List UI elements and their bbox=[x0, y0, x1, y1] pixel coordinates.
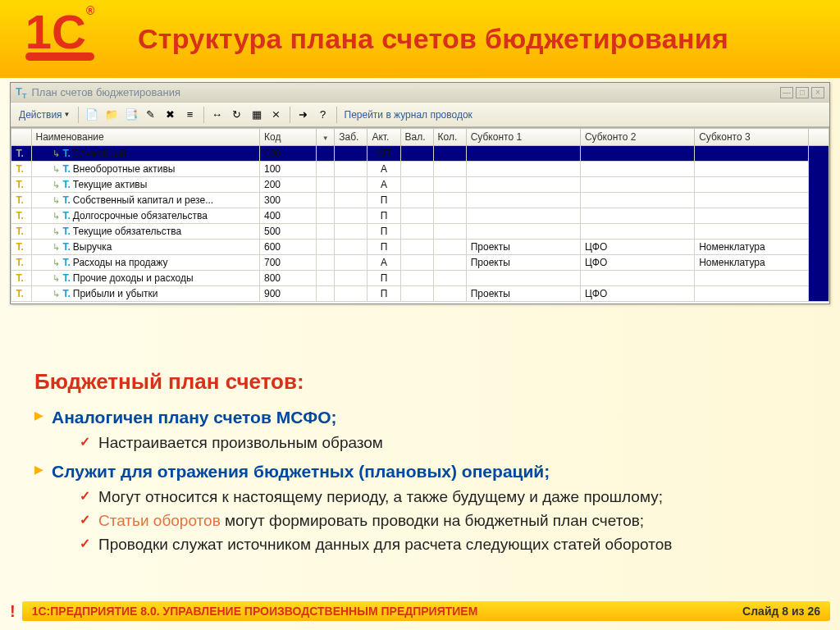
move-icon[interactable]: ↔ bbox=[208, 106, 226, 124]
window-titlebar: ТТ План счетов бюджетирования — □ × bbox=[11, 83, 829, 103]
delete-icon[interactable]: ✖ bbox=[162, 106, 180, 124]
table-row[interactable]: Т.↳Т.Долгосрочные обязательства400П bbox=[11, 208, 829, 224]
col-icon[interactable] bbox=[11, 129, 32, 146]
col-zab[interactable]: Заб. bbox=[335, 129, 368, 146]
bullet-level2: ✓Могут относится к настоящему периоду, а… bbox=[80, 487, 806, 508]
table-row[interactable]: Т.↳Т.Служебный000АП bbox=[11, 146, 829, 162]
edit-icon[interactable]: ✎ bbox=[142, 106, 160, 124]
attention-icon: ! bbox=[10, 602, 16, 621]
slide-body: Бюджетный план счетов: ▶Аналогичен плану… bbox=[0, 349, 840, 569]
filter-icon[interactable]: ▦ bbox=[248, 106, 266, 124]
table-row[interactable]: Т.↳Т.Внеоборотные активы100А bbox=[11, 162, 829, 177]
help-icon[interactable]: ? bbox=[314, 106, 332, 124]
maximize-button[interactable]: □ bbox=[796, 87, 809, 98]
table-header-row: Наименование Код ▼ Заб. Акт. Вал. Кол. С… bbox=[11, 129, 829, 146]
table-row[interactable]: Т.↳Т.Выручка600ППроектыЦФОНоменклатура bbox=[11, 240, 829, 255]
filter-off-icon[interactable]: ⨯ bbox=[267, 106, 285, 124]
col-name[interactable]: Наименование bbox=[31, 129, 259, 146]
page-indicator: Слайд 8 из 26 bbox=[742, 605, 820, 618]
bullet-level2: ✓Статьи оборотов могут формировать прово… bbox=[80, 511, 806, 532]
footer-product: 1С:ПРЕДПРИЯТИЕ 8.0. УПРАВЛЕНИЕ ПРОИЗВОДС… bbox=[32, 605, 478, 618]
col-sub1[interactable]: Субконто 1 bbox=[466, 129, 580, 146]
refresh-icon[interactable]: ↻ bbox=[228, 106, 246, 124]
toolbar: Действия▼ 📄 📁 📑 ✎ ✖ ≡ ↔ ↻ ▦ ⨯ ➜ ? Перейт… bbox=[11, 103, 829, 127]
bullet-level2: ✓Настраивается произвольным образом bbox=[80, 433, 806, 454]
accounts-table[interactable]: Наименование Код ▼ Заб. Акт. Вал. Кол. С… bbox=[11, 128, 829, 302]
col-akt[interactable]: Акт. bbox=[368, 129, 400, 146]
bullet-level2: ✓Проводки служат источником данных для р… bbox=[80, 535, 806, 555]
col-code[interactable]: Код bbox=[259, 129, 316, 146]
level-icon[interactable]: ≡ bbox=[181, 106, 199, 124]
table-row[interactable]: Т.↳Т.Прочие доходы и расходы800П bbox=[11, 271, 829, 286]
logo-1c: 1C® bbox=[7, 0, 113, 78]
minimize-button[interactable]: — bbox=[780, 87, 793, 98]
bullet-level1: ▶Служит для отражения бюджетных (плановы… bbox=[34, 460, 806, 555]
col-val[interactable]: Вал. bbox=[400, 129, 433, 146]
journal-link[interactable]: Перейти в журнал проводок bbox=[341, 109, 476, 121]
bullet-level1: ▶Аналогичен плану счетов МСФО;✓Настраива… bbox=[34, 406, 806, 454]
add-icon[interactable]: 📄 bbox=[83, 106, 101, 124]
table-row[interactable]: Т.↳Т.Расходы на продажу700АПроектыЦФОНом… bbox=[11, 255, 829, 271]
table-row[interactable]: Т.↳Т.Текущие обязательства500П bbox=[11, 224, 829, 240]
col-kol[interactable]: Кол. bbox=[433, 129, 466, 146]
slide-header: 1C® Структура плана счетов бюджетировани… bbox=[0, 0, 840, 78]
col-sub3[interactable]: Субконто 3 bbox=[695, 129, 809, 146]
window-title: План счетов бюджетирования bbox=[31, 86, 180, 98]
section-heading: Бюджетный план счетов: bbox=[34, 369, 806, 395]
table-row[interactable]: Т.↳Т.Текущие активы200А bbox=[11, 177, 829, 193]
actions-menu[interactable]: Действия▼ bbox=[16, 109, 74, 121]
table-row[interactable]: Т.↳Т.Собственный капитал и резе...300П bbox=[11, 193, 829, 208]
chart-of-accounts-icon: ТТ bbox=[16, 85, 26, 100]
copy-icon[interactable]: 📑 bbox=[122, 106, 140, 124]
col-dropdown[interactable]: ▼ bbox=[317, 129, 335, 146]
app-window: ТТ План счетов бюджетирования — □ × Дейс… bbox=[10, 82, 830, 304]
col-sub2[interactable]: Субконто 2 bbox=[580, 129, 694, 146]
go-icon[interactable]: ➜ bbox=[294, 106, 313, 124]
close-button[interactable]: × bbox=[811, 87, 824, 98]
table-row[interactable]: Т.↳Т.Прибыли и убытки900ППроектыЦФО bbox=[11, 286, 829, 302]
scrollbar[interactable] bbox=[809, 146, 829, 302]
slide-title: Структура плана счетов бюджетирования bbox=[138, 23, 728, 55]
scrollbar-head bbox=[809, 129, 829, 146]
slide-footer: ! 1С:ПРЕДПРИЯТИЕ 8.0. УПРАВЛЕНИЕ ПРОИЗВО… bbox=[0, 599, 840, 623]
add-group-icon[interactable]: 📁 bbox=[103, 106, 121, 124]
